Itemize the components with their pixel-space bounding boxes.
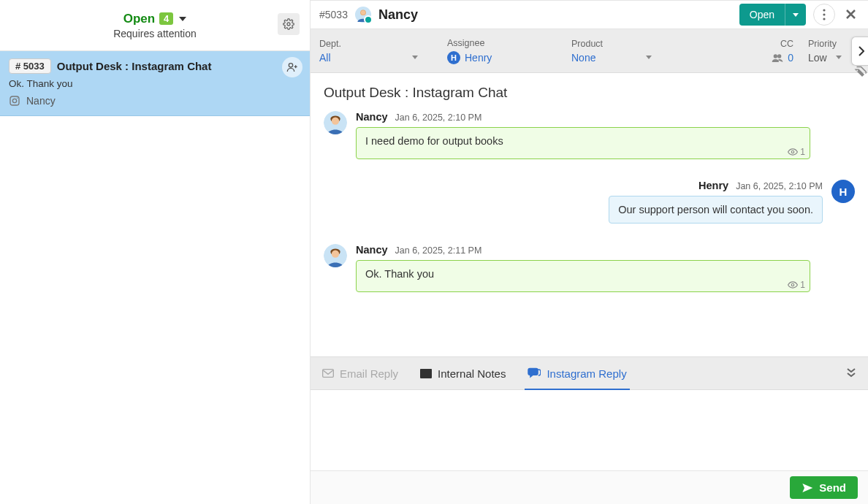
svg-rect-21 (420, 369, 432, 378)
tags-button[interactable] (851, 62, 868, 83)
seen-count: 1 (800, 280, 805, 290)
compose-area[interactable] (311, 390, 868, 470)
svg-point-12 (777, 54, 781, 58)
svg-point-4 (289, 64, 292, 67)
cc-label: CC (757, 39, 793, 49)
status-count-badge: 4 (159, 12, 173, 25)
ticket-channel-row: Nancy (9, 95, 301, 107)
ticket-detail-panel: #5033 Nancy Open (311, 0, 868, 504)
caret-down-icon (179, 17, 186, 21)
message-bubble: Our support person will contact you soon… (609, 196, 823, 224)
caret-down-icon (836, 56, 842, 59)
tab-instagram-reply[interactable]: Instagram Reply (528, 357, 626, 389)
seen-indicator: 1 (788, 147, 805, 157)
tab-internal-notes[interactable]: Internal Notes (420, 357, 506, 389)
expand-sidebar-button[interactable] (851, 37, 868, 66)
svg-point-11 (774, 54, 777, 58)
product-label: Product (571, 39, 652, 49)
svg-point-3 (17, 98, 18, 99)
status-label: Open (123, 12, 155, 26)
chat-icon (528, 367, 541, 379)
settings-button[interactable] (278, 13, 300, 35)
cc-count: 0 (788, 52, 793, 64)
tab-email-reply[interactable]: Email Reply (322, 357, 398, 389)
svg-point-9 (823, 13, 825, 15)
ticket-list-panel: Open 4 Requires attention # 5033 Output … (0, 0, 311, 504)
svg-rect-20 (323, 370, 334, 378)
message-author: Nancy (356, 244, 388, 256)
message-bubble: Ok. Thank you 1 (356, 260, 810, 292)
send-bar: Send (311, 470, 868, 504)
svg-point-19 (792, 283, 795, 286)
tab-label: Instagram Reply (547, 367, 626, 380)
svg-point-7 (361, 10, 365, 15)
send-icon (802, 482, 813, 494)
ticket-requester: Nancy (26, 95, 56, 107)
close-button[interactable] (842, 7, 859, 23)
status-filter-dropdown[interactable]: Open 4 (123, 12, 187, 26)
message-avatar (324, 111, 347, 134)
svg-point-13 (856, 70, 858, 72)
message-text: Ok. Thank you (365, 268, 434, 280)
svg-point-10 (823, 18, 825, 20)
assign-user-button[interactable] (282, 57, 302, 77)
dept-value: All (319, 52, 331, 64)
svg-rect-1 (10, 96, 19, 105)
tab-label: Internal Notes (438, 367, 506, 380)
more-actions-button[interactable] (813, 4, 835, 26)
conversation-area: Output Desk : Instagram Chat Nancy Jan 6… (311, 73, 868, 356)
chevron-right-icon (857, 46, 864, 56)
requester-avatar (355, 7, 371, 23)
close-icon (845, 9, 856, 20)
assignee-field[interactable]: Assignee H Henry (447, 29, 542, 72)
user-plus-icon (286, 61, 298, 73)
send-label: Send (819, 481, 846, 494)
chevrons-down-icon (846, 367, 856, 378)
status-button-label: Open (739, 9, 785, 20)
reply-tabs: Email Reply Internal Notes Instagram Rep… (311, 356, 868, 390)
users-icon (772, 53, 783, 62)
product-value: None (571, 52, 595, 64)
message-text: Our support person will contact you soon… (618, 204, 813, 215)
tab-label: Email Reply (340, 367, 398, 380)
ticket-list-item[interactable]: # 5033 Output Desk : Instagram Chat Ok. … (0, 51, 310, 116)
ticket-title: Output Desk : Instagram Chat (57, 60, 212, 72)
svg-point-15 (332, 117, 339, 124)
assignee-value: Henry (465, 52, 492, 64)
svg-point-8 (823, 9, 825, 11)
assignee-label: Assignee (447, 38, 542, 48)
ticket-id-pill: # 5033 (9, 58, 51, 74)
caret-down-icon (646, 56, 652, 59)
collapse-reply-button[interactable] (846, 367, 856, 380)
dept-field[interactable]: Dept. All (319, 29, 418, 72)
message-text: I need demo for output books (365, 135, 503, 147)
online-status-indicator (364, 15, 373, 24)
status-button[interactable]: Open (739, 4, 806, 26)
send-button[interactable]: Send (790, 476, 858, 499)
message-incoming: Nancy Jan 6, 2025, 2:10 PM I need demo f… (324, 111, 855, 159)
eye-icon (788, 148, 798, 156)
message-author: Nancy (356, 111, 388, 123)
message-avatar (324, 244, 347, 267)
priority-value: Low (808, 52, 827, 64)
status-dropdown-toggle[interactable] (785, 4, 806, 26)
assignee-avatar: H (447, 51, 460, 64)
svg-point-2 (12, 99, 16, 102)
product-field[interactable]: Product None (571, 29, 652, 72)
dept-label: Dept. (319, 39, 418, 49)
gear-icon (283, 18, 294, 30)
envelope-icon (322, 369, 334, 378)
message-author: Henry (698, 180, 728, 191)
seen-count: 1 (800, 147, 805, 157)
instagram-icon (9, 95, 20, 107)
tags-icon (853, 66, 867, 79)
kebab-icon (823, 9, 826, 20)
message-incoming: Nancy Jan 6, 2025, 2:11 PM Ok. Thank you… (324, 244, 855, 292)
message-timestamp: Jan 6, 2025, 2:10 PM (395, 112, 482, 123)
caret-down-icon (412, 56, 418, 59)
message-timestamp: Jan 6, 2025, 2:11 PM (395, 245, 482, 256)
conversation-title: Output Desk : Instagram Chat (324, 85, 855, 101)
message-outgoing: Henry Jan 6, 2025, 2:10 PM Our support p… (324, 180, 855, 224)
ticket-list-header: Open 4 Requires attention (0, 0, 310, 51)
cc-field[interactable]: CC 0 (757, 29, 793, 72)
